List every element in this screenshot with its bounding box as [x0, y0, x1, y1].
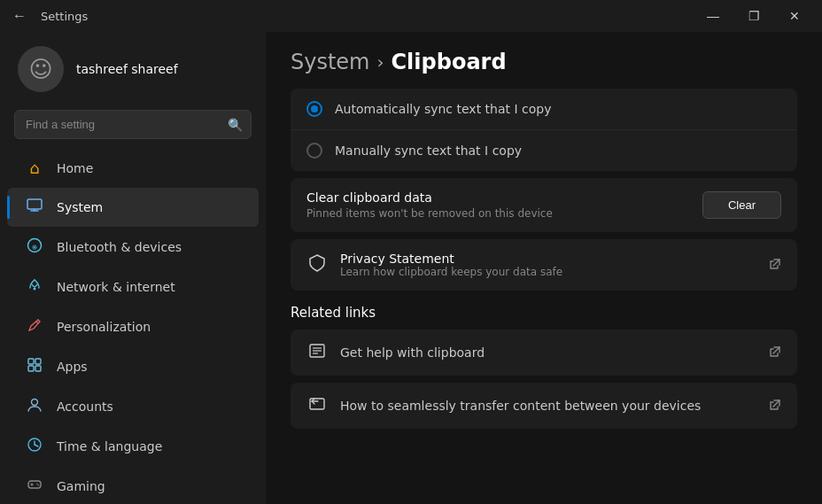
- personalization-icon: [25, 317, 44, 337]
- transfer-icon: [306, 395, 328, 416]
- accounts-icon: [25, 397, 44, 416]
- svg-rect-10: [35, 366, 41, 371]
- auto-sync-radio[interactable]: [306, 101, 322, 117]
- svg-line-28: [773, 400, 779, 407]
- svg-rect-9: [28, 366, 34, 371]
- app-title: Settings: [41, 10, 88, 23]
- window-controls: — ❐ ✕: [693, 2, 815, 30]
- svg-point-5: [34, 288, 36, 291]
- external-link-icon: [769, 258, 781, 273]
- clear-card-title: Clear clipboard data: [306, 190, 553, 205]
- related-links-title: Related links: [291, 305, 797, 321]
- svg-rect-8: [35, 359, 41, 364]
- svg-line-20: [773, 260, 779, 266]
- manual-sync-row[interactable]: Manually sync text that I copy: [291, 130, 797, 171]
- clear-button[interactable]: Clear: [702, 191, 781, 219]
- sidebar-item-label-accounts: Accounts: [57, 399, 113, 414]
- main-content: System › Clipboard Automatically sync te…: [266, 32, 822, 504]
- svg-rect-15: [28, 481, 41, 488]
- clear-card-info: Clear clipboard data Pinned items won't …: [306, 190, 553, 220]
- sidebar-item-label-time: Time & language: [57, 439, 162, 454]
- sidebar-item-personalization[interactable]: Personalization: [7, 307, 259, 346]
- sidebar-item-apps[interactable]: Apps: [7, 347, 259, 386]
- privacy-title: Privacy Statement: [340, 252, 756, 266]
- breadcrumb-parent: System: [291, 50, 370, 74]
- transfer-link[interactable]: How to seamlessly transfer content betwe…: [291, 383, 797, 429]
- home-icon: ⌂: [25, 159, 44, 177]
- sync-options-card: Automatically sync text that I copy Manu…: [291, 89, 797, 171]
- maximize-button[interactable]: ❐: [733, 2, 774, 30]
- app-body: ☺ tashreef shareef 🔍 ⌂ Home: [0, 32, 822, 504]
- close-button[interactable]: ✕: [774, 2, 815, 30]
- sidebar-item-accounts[interactable]: Accounts: [7, 387, 259, 426]
- network-icon: [25, 277, 44, 297]
- sidebar-item-bluetooth[interactable]: ⎈ Bluetooth & devices: [7, 228, 259, 267]
- privacy-text: Privacy Statement Learn how clipboard ke…: [340, 252, 756, 278]
- sidebar-item-time[interactable]: Time & language: [7, 427, 259, 466]
- svg-point-19: [38, 485, 40, 486]
- manual-sync-label: Manually sync text that I copy: [335, 143, 522, 158]
- avatar: ☺: [18, 46, 64, 92]
- clear-card-subtitle: Pinned items won't be removed on this de…: [306, 207, 553, 220]
- auto-sync-label: Automatically sync text that I copy: [335, 102, 551, 116]
- system-icon: [25, 198, 44, 217]
- sidebar-item-label-system: System: [57, 200, 103, 214]
- title-bar: ← Settings — ❐ ✕: [0, 0, 822, 32]
- privacy-shield-icon: [306, 253, 328, 277]
- privacy-subtitle: Learn how clipboard keeps your data safe: [340, 266, 756, 278]
- gaming-icon: [25, 477, 44, 496]
- page-header: System › Clipboard: [266, 32, 822, 89]
- sidebar: ☺ tashreef shareef 🔍 ⌂ Home: [0, 32, 266, 504]
- privacy-card[interactable]: Privacy Statement Learn how clipboard ke…: [291, 239, 797, 291]
- svg-point-18: [36, 484, 38, 485]
- svg-line-6: [36, 322, 38, 323]
- apps-icon: [25, 357, 44, 376]
- breadcrumb-current: Clipboard: [392, 50, 507, 74]
- sidebar-item-label-bluetooth: Bluetooth & devices: [57, 240, 182, 254]
- svg-rect-0: [27, 199, 42, 209]
- username: tashreef shareef: [76, 62, 178, 76]
- sidebar-item-gaming[interactable]: Gaming: [7, 467, 259, 504]
- time-icon: [25, 437, 44, 456]
- sidebar-item-label-gaming: Gaming: [57, 479, 105, 493]
- search-box: 🔍: [14, 110, 252, 139]
- sidebar-item-home[interactable]: ⌂ Home: [7, 149, 259, 187]
- svg-line-25: [773, 347, 779, 353]
- back-button[interactable]: ←: [7, 4, 32, 27]
- get-help-label: Get help with clipboard: [340, 345, 756, 360]
- clear-clipboard-card: Clear clipboard data Pinned items won't …: [291, 178, 797, 232]
- sidebar-item-network[interactable]: Network & internet: [7, 268, 259, 306]
- transfer-label: How to seamlessly transfer content betwe…: [340, 399, 756, 413]
- sidebar-item-system[interactable]: System: [7, 188, 259, 227]
- svg-rect-7: [28, 359, 34, 364]
- sidebar-item-label-home: Home: [57, 161, 93, 175]
- get-help-link[interactable]: Get help with clipboard: [291, 330, 797, 376]
- breadcrumb: System › Clipboard: [291, 50, 797, 74]
- get-help-icon: [306, 342, 328, 363]
- svg-line-14: [35, 445, 38, 446]
- sidebar-item-label-personalization: Personalization: [57, 320, 151, 334]
- manual-sync-radio[interactable]: [306, 143, 322, 159]
- content-area: Automatically sync text that I copy Manu…: [266, 89, 822, 504]
- search-input[interactable]: [14, 110, 252, 139]
- get-help-external-icon: [769, 345, 781, 361]
- sidebar-item-label-apps: Apps: [57, 360, 88, 374]
- sidebar-item-label-network: Network & internet: [57, 280, 175, 294]
- svg-point-11: [32, 399, 38, 406]
- user-section: ☺ tashreef shareef: [0, 32, 266, 110]
- user-icon: ☺: [28, 56, 52, 82]
- breadcrumb-arrow: ›: [377, 51, 384, 73]
- bluetooth-icon: ⎈: [25, 237, 44, 257]
- auto-sync-row[interactable]: Automatically sync text that I copy: [291, 89, 797, 130]
- svg-text:⎈: ⎈: [32, 242, 37, 252]
- sidebar-nav: ⌂ Home System ⎈: [0, 148, 266, 504]
- transfer-external-icon: [769, 399, 781, 414]
- minimize-button[interactable]: —: [693, 2, 733, 30]
- title-bar-left: ← Settings: [7, 4, 88, 27]
